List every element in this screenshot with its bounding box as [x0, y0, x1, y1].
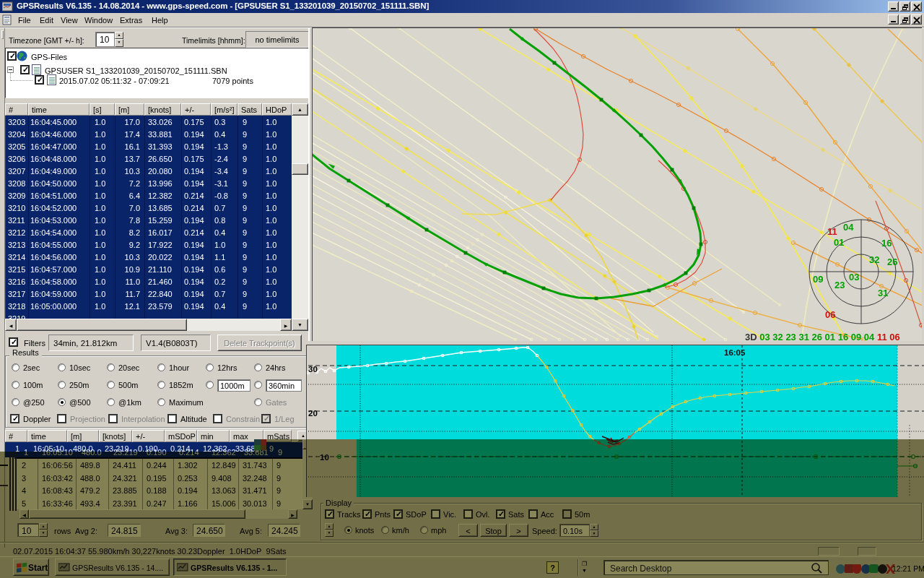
svg-text:06: 06 [825, 309, 835, 320]
svg-text:03: 03 [849, 272, 859, 282]
svg-text:26: 26 [887, 256, 897, 267]
svg-text:23: 23 [834, 280, 845, 290]
svg-text:32: 32 [869, 254, 879, 265]
svg-text:09: 09 [813, 274, 823, 285]
svg-text:16:05: 16:05 [724, 348, 746, 357]
svg-text:11: 11 [827, 226, 837, 237]
svg-text:01: 01 [834, 237, 844, 248]
svg-text:04: 04 [843, 222, 854, 233]
svg-text:31: 31 [878, 288, 888, 298]
svg-text:3D 03 32 23 31 26 01 16 09 04: 3D 03 32 23 31 26 01 16 09 04 11 06 [745, 332, 900, 341]
